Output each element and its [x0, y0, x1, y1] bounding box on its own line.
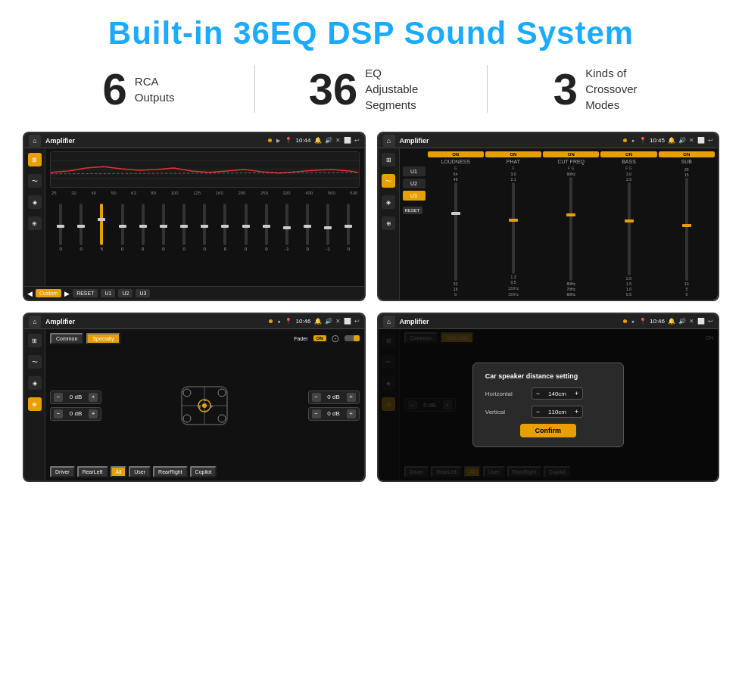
spk-ctrl-rr-plus[interactable]: + [347, 409, 356, 418]
spk-ctrl-fl-minus[interactable]: − [54, 393, 63, 402]
spk-ctrl-fl: − 0 dB + [50, 390, 101, 404]
eq-slider-9[interactable]: 0 [216, 198, 234, 251]
dialog-horizontal-control: − 140cm + [532, 387, 584, 400]
spk-home-icon[interactable]: ⌂ [29, 316, 41, 328]
spk-btn-rearright[interactable]: RearRight [153, 466, 188, 478]
cross-u3[interactable]: U3 [403, 191, 426, 201]
spk-icon-4[interactable]: ⊕ [28, 397, 42, 411]
dialog-vertical-plus[interactable]: + [575, 408, 578, 415]
spkd-screen: ⌂ Amplifier ● 📍 10:46 🔔 🔊 ✕ ⬜ ↩ [379, 314, 719, 481]
cross-ch-loudness-on[interactable]: ON [428, 151, 484, 157]
spk-btn-all[interactable]: All [111, 466, 127, 478]
dialog-vertical-value: 110cm [542, 409, 572, 415]
screen-speaker-dialog: ⌂ Amplifier ● 📍 10:46 🔔 🔊 ✕ ⬜ ↩ [377, 313, 720, 482]
spk-ctrl-fr-minus[interactable]: − [312, 393, 321, 402]
eq-slider-4[interactable]: 0 [114, 198, 132, 251]
cross-home-icon[interactable]: ⌂ [383, 135, 395, 147]
spk-ctrl-fl-plus[interactable]: + [89, 393, 98, 402]
dialog-vertical-minus[interactable]: − [536, 408, 540, 415]
spk-btn-copilot[interactable]: Copilot [190, 466, 217, 478]
cross-title: Amplifier [400, 137, 429, 145]
dialog-vertical: Vertical − 110cm + [485, 406, 611, 418]
cross-ch-bass-label: BASS [622, 159, 636, 164]
eq-topbar: ⌂ Amplifier ▶ 📍 10:44 🔔 🔊 ✕ ⬜ ↩ [24, 133, 364, 148]
cross-ch-cutfreq-label: CUT FREQ [557, 159, 585, 164]
spk-ctrl-fr: − 0 dB + [308, 390, 360, 404]
eq-icon-sliders[interactable]: ⊞ [28, 153, 42, 166]
stat-rca: 6 RCAOutputs [23, 67, 254, 111]
spk-ctrl-rl-minus[interactable]: − [54, 409, 63, 418]
cross-icon-2[interactable]: 〜 [382, 174, 395, 188]
cross-icon-3[interactable]: ◈ [382, 195, 395, 209]
dialog-horizontal-plus[interactable]: + [575, 390, 578, 397]
home-icon[interactable]: ⌂ [29, 135, 41, 147]
stat-eq: 36 EQ AdjustableSegments [254, 65, 487, 113]
eq-slider-13[interactable]: 0 [298, 198, 316, 251]
spkd-home-icon[interactable]: ⌂ [383, 316, 395, 328]
page-container: Built-in 36EQ DSP Sound System 6 RCAOutp… [0, 0, 742, 700]
cross-icon-4[interactable]: ⊕ [382, 216, 395, 230]
cross-ch-sub-label: SUB [681, 159, 692, 164]
eq-icon-channel[interactable]: ⊕ [28, 216, 42, 230]
eq-btn-u2[interactable]: U2 [118, 289, 132, 297]
spk-btn-user[interactable]: User [129, 466, 151, 478]
cross-ch-phat-label: PHAT [507, 159, 520, 164]
spk-ctrl-rr-minus[interactable]: − [312, 409, 321, 418]
spk-tab-specialty[interactable]: Specialty [86, 333, 120, 344]
eq-btn-reset[interactable]: RESET [73, 289, 98, 297]
eq-icon-vol[interactable]: ◈ [28, 195, 42, 209]
spk-icon-3[interactable]: ◈ [28, 376, 42, 390]
confirm-button[interactable]: Confirm [520, 424, 577, 437]
spk-diagram: ▲ ▼ ◀ ▶ [106, 347, 304, 463]
eq-slider-7[interactable]: 0 [175, 198, 193, 251]
eq-slider-14[interactable]: -1 [319, 198, 337, 251]
spkd-topbar-icons: 📍 10:46 🔔 🔊 ✕ ⬜ ↩ [639, 318, 713, 325]
spk-ctrl-fr-plus[interactable]: + [347, 393, 356, 402]
cross-ch-phat-on[interactable]: ON [485, 151, 541, 157]
spkd-title: Amplifier [400, 318, 429, 325]
cross-ch-cutfreq-on[interactable]: ON [543, 151, 599, 157]
dialog-title: Car speaker distance setting [485, 372, 611, 380]
dialog-horizontal-minus[interactable]: − [536, 390, 540, 397]
spk-icon-2[interactable]: 〜 [28, 355, 42, 369]
eq-icon-wave[interactable]: 〜 [28, 174, 42, 188]
spk-btn-rearleft[interactable]: RearLeft [77, 466, 108, 478]
cross-ch-sub-on[interactable]: ON [659, 151, 715, 157]
cross-u2[interactable]: U2 [403, 179, 426, 188]
eq-preset-custom[interactable]: Custom [36, 289, 61, 297]
eq-dot [268, 138, 272, 142]
spk-ctrl-rl-plus[interactable]: + [89, 409, 98, 418]
dialog-overlay: Car speaker distance setting Horizontal … [379, 329, 719, 481]
eq-btn-u3[interactable]: U3 [136, 289, 150, 297]
cross-icon-1[interactable]: ⊞ [382, 153, 395, 166]
cross-ch-sub: ON SUB 20 15 10 5 [659, 151, 715, 297]
crossover-screen: ⌂ Amplifier ● 📍 10:45 🔔 🔊 ✕ ⬜ ↩ [379, 133, 719, 300]
spk-sidebar: ⊞ 〜 ◈ ⊕ [24, 329, 45, 481]
spk-btn-driver[interactable]: Driver [50, 466, 75, 478]
spk-fader-on[interactable]: ON [313, 335, 326, 341]
eq-slider-1[interactable]: 0 [51, 198, 70, 251]
spkd-dot [623, 319, 627, 323]
eq-slider-3[interactable]: 5 [92, 198, 111, 251]
cross-ch-bass: ON BASS F G 3.0 2.5 2.0 [600, 151, 656, 297]
eq-slider-2[interactable]: 0 [72, 198, 90, 251]
cross-reset-btn[interactable]: RESET [403, 207, 422, 214]
eq-slider-10[interactable]: 0 [237, 198, 255, 251]
spk-tab-common[interactable]: Common [50, 333, 83, 344]
eq-slider-8[interactable]: 0 [195, 198, 214, 251]
cross-ch-phat: ON PHAT F 3.0 2.1 1.3 [485, 151, 541, 297]
cross-topbar: ⌂ Amplifier ● 📍 10:45 🔔 🔊 ✕ ⬜ ↩ [379, 133, 719, 148]
eq-btn-u1[interactable]: U1 [101, 289, 115, 297]
eq-slider-6[interactable]: 0 [154, 198, 173, 251]
spk-ctrl-fl-val: 0 dB [65, 394, 86, 400]
cross-ch-bass-on[interactable]: ON [600, 151, 656, 157]
svg-point-11 [183, 415, 191, 422]
eq-slider-12[interactable]: -1 [278, 198, 296, 251]
eq-slider-5[interactable]: 0 [134, 198, 152, 251]
eq-body: ⊞ 〜 ◈ ⊕ [24, 148, 364, 286]
cross-u1[interactable]: U1 [403, 166, 426, 176]
spk-icon-1[interactable]: ⊞ [28, 334, 42, 347]
svg-text:▼: ▼ [203, 409, 207, 414]
eq-slider-11[interactable]: 0 [257, 198, 276, 251]
eq-slider-15[interactable]: 0 [339, 198, 357, 251]
